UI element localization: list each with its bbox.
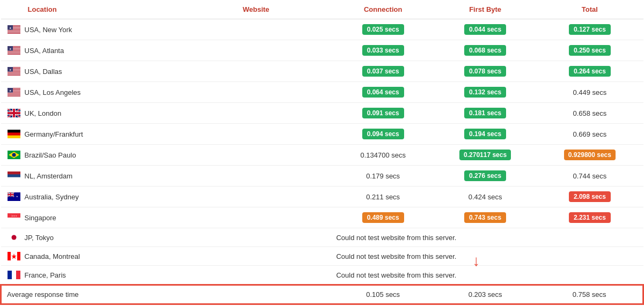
us-flag-icon: ★	[8, 67, 20, 76]
svg-rect-22	[8, 51, 20, 51]
location-cell: ★ USA, Atlanta	[1, 40, 180, 61]
table-row: Canada, Montreal Could not test website …	[1, 247, 643, 266]
first-byte-badge: 0.276 secs	[464, 170, 506, 181]
svg-rect-26	[8, 54, 20, 54]
first-byte-badge: 0.078 secs	[464, 66, 506, 77]
total-cell: 0.264 secs	[536, 61, 643, 82]
location-cell: ☽ ★★★ Singapore	[1, 207, 180, 228]
svg-text:★★★: ★★★	[12, 215, 17, 217]
table-row: ★ USA, Dallas 0.037 secs0.078 secs0.264 …	[1, 61, 643, 82]
total-cell: 0.669 secs	[536, 124, 643, 145]
connection-cell: 0.489 secs	[332, 207, 434, 228]
error-message: Could not test website from this server.…	[332, 247, 643, 266]
table-row: Germany/Frankfurt 0.094 secs0.194 secs0.…	[1, 124, 643, 145]
svg-rect-8	[8, 31, 20, 31]
svg-rect-56	[8, 95, 20, 96]
svg-rect-87	[8, 194, 14, 195]
svg-rect-25	[8, 53, 20, 53]
location-cell: UK, London	[1, 103, 180, 124]
website-cell	[180, 247, 332, 266]
first-byte-cell: 0.132 secs	[434, 82, 536, 103]
de-flag-icon	[8, 130, 20, 138]
location-name: Australia, Sydney	[25, 193, 79, 201]
first-byte-cell: 0.743 secs	[434, 207, 536, 228]
total-badge: 0.929800 secs	[564, 150, 616, 160]
location-cell: ★ USA, Dallas	[1, 61, 180, 82]
connection-badge: 0.064 secs	[362, 87, 404, 98]
website-cell	[180, 19, 332, 40]
svg-rect-42	[8, 75, 20, 76]
first-byte-cell: 0.270117 secs	[434, 145, 536, 166]
location-cell: Germany/Frankfurt	[1, 124, 180, 145]
svg-rect-27	[8, 54, 20, 55]
average-row: Average response time 0.105 secs 0.203 s…	[1, 285, 643, 304]
location-cell: ★ USA, Los Angeles	[1, 82, 180, 103]
website-cell	[180, 266, 332, 285]
first-byte-cell: 0.424 secs	[434, 186, 536, 207]
svg-rect-77	[8, 171, 20, 174]
website-cell	[180, 103, 332, 124]
svg-point-94	[11, 235, 16, 240]
svg-rect-10	[8, 32, 20, 32]
connection-value: 0.211 secs	[366, 193, 400, 201]
average-total: 0.758 secs	[536, 285, 643, 304]
website-cell	[180, 145, 332, 166]
connection-badge: 0.037 secs	[362, 66, 404, 77]
svg-rect-101	[8, 271, 12, 279]
total-badge: 2.098 secs	[569, 191, 611, 202]
br-flag-icon	[8, 151, 20, 159]
location-cell: JP, Tokyo	[1, 228, 180, 247]
svg-rect-24	[8, 52, 20, 53]
average-connection: 0.105 secs	[332, 285, 434, 304]
table-row: ★ USA, New York 0.025 secs0.044 secs0.12…	[1, 19, 643, 40]
table-row: ★ USA, Atlanta 0.033 secs0.068 secs0.250…	[1, 40, 643, 61]
total-cell: 0.250 secs	[536, 40, 643, 61]
svg-rect-7	[8, 30, 20, 31]
error-text: Could not test website from this server.	[336, 252, 456, 260]
error-message: Could not test website from this server.	[332, 228, 643, 247]
average-first-byte: 0.203 secs	[434, 285, 536, 304]
connection-cell: 0.134700 secs	[332, 145, 434, 166]
location-name: Canada, Montreal	[25, 252, 80, 260]
location-cell: Brazil/Sao Paulo	[1, 145, 180, 166]
connection-cell: 0.179 secs	[332, 166, 434, 186]
connection-value: 0.134700 secs	[360, 151, 406, 159]
first-byte-value: 0.424 secs	[469, 193, 502, 201]
location-cell: NL, Amsterdam	[1, 166, 180, 186]
connection-cell: 0.037 secs	[332, 61, 434, 82]
table-row: NL, Amsterdam 0.179 secs0.276 secs0.744 …	[1, 166, 643, 186]
total-value: 0.669 secs	[573, 130, 606, 138]
location-name: USA, Dallas	[25, 68, 62, 76]
total-badge: 0.264 secs	[569, 66, 611, 77]
svg-rect-23	[8, 51, 20, 52]
first-byte-cell: 0.194 secs	[434, 124, 536, 145]
header-total: Total	[536, 0, 643, 19]
location-name: USA, Los Angeles	[25, 88, 81, 96]
error-message: Could not test website from this server.	[332, 266, 643, 285]
connection-badge: 0.091 secs	[362, 108, 404, 118]
results-table-container: Location Website Connection First Byte T…	[0, 0, 644, 305]
svg-rect-38	[8, 72, 20, 73]
total-badge: 2.231 secs	[569, 212, 611, 223]
svg-rect-40	[8, 73, 20, 74]
location-name: France, Paris	[25, 271, 66, 279]
svg-rect-52	[8, 93, 20, 93]
total-cell: 0.744 secs	[536, 166, 643, 186]
header-location: Location	[1, 0, 180, 19]
connection-cell: 0.064 secs	[332, 82, 434, 103]
ca-flag-icon	[8, 252, 20, 260]
first-byte-badge: 0.194 secs	[464, 129, 506, 139]
total-value: 0.744 secs	[573, 172, 606, 180]
location-name: JP, Tokyo	[25, 234, 54, 242]
svg-point-74	[12, 153, 16, 157]
location-name: Singapore	[25, 214, 56, 222]
connection-cell: 0.025 secs	[332, 19, 434, 40]
down-arrow-icon: ↓	[472, 252, 480, 270]
table-row: ★ USA, Los Angeles 0.064 secs0.132 secs0…	[1, 82, 643, 103]
location-cell: ★ USA, New York	[1, 19, 180, 40]
svg-rect-39	[8, 73, 20, 73]
svg-rect-9	[8, 31, 20, 32]
website-cell	[180, 61, 332, 82]
table-row: UK, London 0.091 secs0.181 secs0.658 sec…	[1, 103, 643, 124]
connection-value: 0.179 secs	[366, 172, 400, 180]
